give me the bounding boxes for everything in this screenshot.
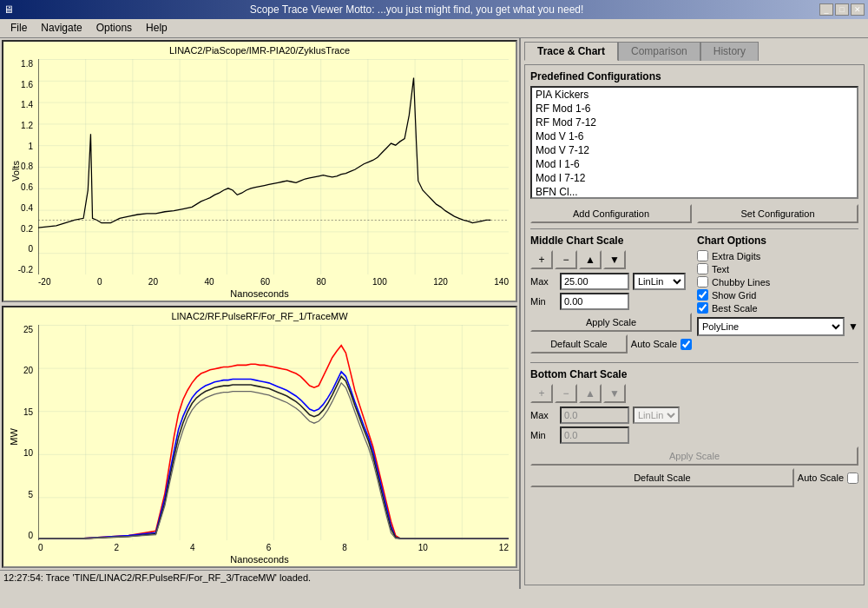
middle-auto-scale-checkbox[interactable] — [681, 339, 692, 350]
middle-default-scale-button[interactable]: Default Scale — [530, 334, 628, 354]
text-label: Text — [712, 264, 729, 274]
bottom-scale-up[interactable]: ▲ — [579, 384, 602, 403]
chubby-lines-row: Chubby Lines — [697, 276, 858, 287]
title-bar-left: 🖥 — [3, 3, 14, 16]
menu-bar: File Navigate Options Help — [0, 19, 868, 38]
svg-rect-5 — [38, 325, 509, 540]
bottom-max-input[interactable] — [560, 406, 629, 424]
bottom-scale-minus[interactable]: − — [555, 384, 577, 403]
middle-apply-scale-button[interactable]: Apply Scale — [530, 313, 692, 332]
bottom-chart-xlabel: Nanoseconds — [3, 554, 516, 565]
middle-scale-up[interactable]: ▲ — [579, 250, 602, 269]
menu-options[interactable]: Options — [89, 21, 139, 36]
predefined-title: Predefined Configurations — [530, 70, 858, 83]
chubby-lines-checkbox[interactable] — [697, 276, 708, 287]
tabs: Trace & Chart Comparison History — [524, 42, 865, 61]
top-chart-xlabel: Nanoseconds — [3, 288, 516, 299]
show-grid-row: Show Grid — [697, 289, 858, 301]
bottom-auto-scale-checkbox[interactable] — [847, 473, 858, 484]
bottom-auto-scale-label: Auto Scale — [798, 473, 844, 483]
list-item[interactable]: Mod V 1-6 — [532, 129, 857, 143]
status-text: 12:27:54: Trace 'TINE/LINAC2/RF.PulseRF/… — [3, 572, 311, 583]
show-grid-label: Show Grid — [712, 290, 756, 301]
list-item[interactable]: RF Mod 1-6 — [532, 102, 857, 116]
bottom-chart-axis-y: 2520151050 — [5, 325, 33, 540]
bottom-min-label: Min — [530, 430, 556, 440]
close-button[interactable]: ✕ — [851, 3, 865, 16]
right-panel: Trace & Chart Comparison History Predefi… — [521, 38, 868, 589]
bottom-max-label: Max — [530, 410, 556, 420]
bottom-scale-down[interactable]: ▼ — [603, 384, 626, 403]
svg-rect-1 — [38, 59, 509, 274]
text-row: Text — [697, 263, 858, 274]
top-chart-axis-y: 1.81.61.41.2 10.80.60.4 0.20-0.2 — [5, 59, 33, 274]
middle-chart-scale: Middle Chart Scale + − ▲ ▼ Max LinLin Li… — [530, 235, 692, 357]
two-col-section: Middle Chart Scale + − ▲ ▼ Max LinLin Li… — [530, 235, 858, 357]
polyline-row: PolyLine Dots Bars ▼ — [697, 317, 858, 336]
middle-scale-plus[interactable]: + — [530, 250, 553, 269]
menu-navigate[interactable]: Navigate — [34, 21, 89, 36]
bottom-apply-scale-button[interactable]: Apply Scale — [530, 446, 858, 466]
middle-scale-down[interactable]: ▼ — [603, 250, 626, 269]
list-item[interactable]: Mod V 7-12 — [532, 143, 857, 157]
middle-chart-scale-title: Middle Chart Scale — [530, 235, 692, 247]
chart-options: Chart Options Extra Digits Text Chubby L… — [697, 235, 858, 357]
middle-min-input[interactable] — [560, 293, 629, 310]
bottom-scale-plus[interactable]: + — [530, 384, 553, 403]
bottom-chart-axis-x: 024681012 — [38, 543, 509, 552]
middle-max-label: Max — [530, 276, 556, 287]
top-chart-axis-x: -2002040 6080100120140 — [38, 277, 509, 287]
middle-scale-minus[interactable]: − — [555, 250, 577, 269]
chubby-lines-label: Chubby Lines — [712, 277, 770, 287]
bottom-default-scale-button[interactable]: Default Scale — [530, 468, 794, 487]
bottom-linlin-select[interactable]: LinLin — [633, 406, 680, 424]
extra-digits-label: Extra Digits — [712, 251, 760, 261]
list-item[interactable]: Mod I 1-6 — [532, 157, 857, 171]
list-item[interactable]: RF Mod 7-12 — [532, 116, 857, 129]
extra-digits-checkbox[interactable] — [697, 250, 708, 261]
polyline-select[interactable]: PolyLine Dots Bars — [697, 317, 845, 336]
title-bar-controls[interactable]: _ □ ✕ — [819, 3, 865, 16]
list-item[interactable]: Mod I 7-12 — [532, 171, 857, 185]
extra-digits-row: Extra Digits — [697, 250, 858, 261]
middle-max-input[interactable] — [560, 273, 629, 290]
minimize-button[interactable]: _ — [819, 3, 833, 16]
predefined-list[interactable]: PIA Kickers RF Mod 1-6 RF Mod 7-12 Mod V… — [530, 86, 858, 199]
best-scale-checkbox[interactable] — [697, 302, 708, 314]
top-chart-title: LINAC2/PiaScope/IMR-PIA20/ZyklusTrace — [3, 45, 516, 56]
bottom-scale-buttons: + − ▲ ▼ — [530, 384, 858, 403]
middle-min-row: Min — [530, 293, 692, 310]
tab-trace-chart[interactable]: Trace & Chart — [524, 42, 618, 61]
show-grid-checkbox[interactable] — [697, 289, 708, 301]
top-chart: LINAC2/PiaScope/IMR-PIA20/ZyklusTrace Vo… — [2, 40, 517, 302]
add-configuration-button[interactable]: Add Configuration — [530, 204, 692, 223]
menu-file[interactable]: File — [3, 21, 34, 36]
text-checkbox[interactable] — [697, 263, 708, 274]
bottom-min-input[interactable] — [560, 426, 629, 444]
bottom-default-scale-row: Default Scale Auto Scale — [530, 468, 858, 487]
set-configuration-button[interactable]: Set Configuration — [697, 204, 858, 223]
bottom-chart-plot — [38, 325, 509, 540]
middle-linlin-select[interactable]: LinLin LinLog LogLin LogLog — [633, 273, 686, 290]
title-bar: 🖥 Scope Trace Viewer Motto: ...you just … — [0, 0, 868, 19]
tab-history[interactable]: History — [700, 42, 759, 61]
config-buttons-row: Add Configuration Set Configuration — [530, 204, 858, 223]
bottom-chart-title: LINAC2/RF.PulseRF/For_RF_1/TraceMW — [3, 311, 516, 321]
list-item[interactable]: PIA Kickers — [532, 88, 857, 102]
best-scale-label: Best Scale — [712, 303, 758, 314]
top-chart-plot — [38, 59, 509, 274]
middle-scale-buttons: + − ▲ ▼ — [530, 250, 692, 269]
tab-comparison[interactable]: Comparison — [618, 42, 700, 61]
bottom-auto-scale-row: Auto Scale — [798, 473, 858, 484]
maximize-button[interactable]: □ — [835, 3, 849, 16]
divider-1 — [530, 228, 858, 229]
middle-min-label: Min — [530, 296, 556, 307]
list-item[interactable]: BFN Cl... — [532, 185, 857, 199]
tab-content: Predefined Configurations PIA Kickers RF… — [524, 64, 865, 585]
bottom-chart-svg — [38, 325, 509, 540]
bottom-min-row: Min — [530, 426, 858, 444]
left-panel: LINAC2/PiaScope/IMR-PIA20/ZyklusTrace Vo… — [0, 38, 521, 589]
best-scale-row: Best Scale — [697, 302, 858, 314]
chart-options-title: Chart Options — [697, 235, 858, 247]
menu-help[interactable]: Help — [139, 21, 174, 36]
